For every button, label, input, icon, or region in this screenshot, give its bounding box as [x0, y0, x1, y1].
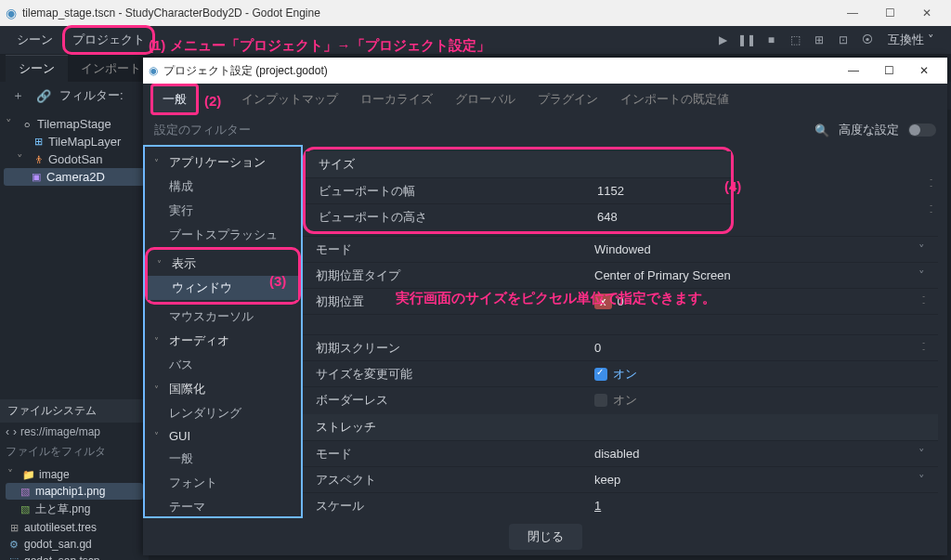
scene-tree: ˅○TilemapStage ⊞TileMapLayer ˅🛉GodotSan …: [0, 110, 149, 191]
fs-tscn[interactable]: ⬚godot_san.tscn: [6, 553, 143, 560]
add-node-button[interactable]: ＋: [7, 85, 28, 106]
cat-display[interactable]: ˅表示: [148, 252, 298, 276]
prop-position-y[interactable]: [303, 314, 938, 334]
prop-viewport-height[interactable]: ビューポートの高さ 648: [306, 203, 731, 229]
stop-button[interactable]: ■: [760, 29, 782, 51]
chevron-down-icon: ˅: [908, 473, 925, 487]
dialog-title: プロジェクト設定 (project.godot): [163, 63, 836, 79]
play-button[interactable]: ▶: [711, 29, 734, 51]
cat-i18n[interactable]: ˅国際化: [145, 377, 301, 401]
window-title: tilemap_stage.tscn - StudyCharacterBody2…: [22, 7, 834, 20]
prop-mode[interactable]: モード Windowed ˅: [303, 236, 938, 262]
filesystem-tree: ˅📁image ▧mapchip1.png ▧土と草.png ⊞autotile…: [0, 462, 149, 560]
prop-viewport-width[interactable]: ビューポートの幅 1152: [306, 177, 731, 203]
prop-position-type[interactable]: 初期位置タイプ Center of Primary Screen ˅: [303, 262, 938, 288]
settings-filter-input[interactable]: 設定のフィルター: [154, 122, 805, 138]
dialog-maximize[interactable]: ☐: [871, 59, 906, 83]
cat-bootsplash[interactable]: ブートスプラッシュ: [145, 223, 301, 247]
advanced-toggle[interactable]: [908, 124, 936, 137]
cat-config[interactable]: 構成: [145, 175, 301, 199]
tree-camera[interactable]: ▣Camera2D: [4, 168, 145, 186]
cat-run[interactable]: 実行: [145, 199, 301, 223]
play-scene-button[interactable]: ⊞: [808, 29, 830, 51]
section-stretch: ストレッチ: [303, 414, 938, 440]
advanced-label: 高度な設定: [839, 122, 899, 138]
cat-gui-font[interactable]: フォント: [145, 471, 301, 495]
tree-player[interactable]: ˅🛉GodotSan: [4, 150, 145, 168]
cat-gui-theme[interactable]: テーマ: [145, 495, 301, 518]
renderer-dropdown[interactable]: 互換性 ˅: [880, 28, 942, 52]
minimize-button[interactable]: —: [834, 1, 871, 25]
prop-aspect[interactable]: アスペクト keep ˅: [303, 466, 938, 492]
dialog-minimize[interactable]: —: [836, 59, 871, 83]
prop-screen[interactable]: 初期スクリーン 0 ˆˇ: [303, 334, 938, 360]
main-titlebar: ◉ tilemap_stage.tscn - StudyCharacterBod…: [0, 0, 951, 26]
category-tree: ˅アプリケーション 構成 実行 ブートスプラッシュ ˅表示 ウィンドウ マウスカ…: [143, 145, 303, 518]
fwd-button[interactable]: ›: [13, 425, 17, 438]
cat-mouse[interactable]: マウスカーソル: [145, 305, 301, 329]
cat-application[interactable]: ˅アプリケーション: [145, 150, 301, 175]
prop-stretch-mode[interactable]: モード disabled ˅: [303, 440, 938, 466]
movie-button[interactable]: ⦿: [856, 29, 879, 51]
section-size: サイズ: [306, 151, 731, 177]
menubar: シーン プロジェクト ▶ ❚❚ ■ ⬚ ⊞ ⊡ ⦿ 互換性 ˅: [0, 26, 951, 54]
fs-folder-image[interactable]: ˅📁image: [6, 466, 143, 483]
tree-root[interactable]: ˅○TilemapStage: [4, 115, 145, 133]
tab-import[interactable]: インポート: [68, 55, 154, 82]
tab-import-defaults[interactable]: インポートの既定値: [611, 86, 738, 112]
close-button[interactable]: ✕: [908, 1, 945, 25]
tab-general[interactable]: 一般: [150, 84, 199, 115]
dialog-tabs: 一般 インプットマップ ローカライズ グローバル プラグイン インポートの既定値: [143, 84, 947, 115]
path-field[interactable]: res://image/map: [20, 425, 100, 438]
checkbox-on-icon[interactable]: [594, 368, 607, 381]
cat-window[interactable]: ウィンドウ: [148, 276, 298, 300]
fs-gd[interactable]: ⚙godot_san.gd: [6, 536, 143, 553]
pause-button[interactable]: ❚❚: [736, 29, 758, 51]
dialog-footer: 閉じる: [143, 518, 947, 555]
tree-tilemap[interactable]: ⊞TileMapLayer: [4, 133, 145, 150]
prop-resizable[interactable]: サイズを変更可能 オン: [303, 360, 938, 386]
menu-scene[interactable]: シーン: [9, 28, 60, 52]
link-button[interactable]: 🔗: [33, 85, 54, 106]
filesystem-path-bar: ‹ › res://image/map: [0, 423, 149, 441]
cat-gui[interactable]: ˅GUI: [145, 425, 301, 447]
tab-plugin[interactable]: プラグイン: [528, 86, 607, 112]
spin-icon[interactable]: ˆˇ: [930, 204, 932, 217]
fs-mapchip[interactable]: ▧mapchip1.png: [6, 483, 143, 500]
prop-position[interactable]: 初期位置 x0 ˆˇ: [303, 288, 938, 314]
fs-autotileset[interactable]: ⊞autotileset.tres: [6, 519, 143, 536]
tab-scene[interactable]: シーン: [6, 55, 68, 82]
cat-i18n-render[interactable]: レンダリング: [145, 401, 301, 425]
prop-borderless[interactable]: ボーダーレス オン: [303, 386, 938, 412]
settings-filter-bar: 設定のフィルター 🔍 高度な設定: [143, 115, 947, 145]
tab-inputmap[interactable]: インプットマップ: [232, 86, 347, 112]
maximize-button[interactable]: ☐: [871, 1, 908, 25]
filesystem-filter[interactable]: ファイルをフィルタ: [0, 441, 149, 462]
project-settings-dialog: ◉ プロジェクト設定 (project.godot) — ☐ ✕ 一般 インプッ…: [143, 58, 947, 555]
filesystem-header: ファイルシステム: [0, 399, 149, 423]
spin-icon[interactable]: ˆˇ: [930, 178, 932, 191]
cat-audio[interactable]: ˅オーディオ: [145, 329, 301, 353]
checkbox-off-icon[interactable]: [594, 394, 607, 407]
fs-grass[interactable]: ▧土と草.png: [6, 500, 143, 519]
chevron-down-icon: ˅: [908, 242, 925, 256]
chevron-down-icon: ˅: [908, 447, 925, 461]
remote-button[interactable]: ⬚: [784, 29, 806, 51]
property-panel: サイズ ビューポートの幅 1152 ビューポートの高さ 648 ˆˇ ˆˇ モー…: [303, 145, 947, 518]
menu-project[interactable]: プロジェクト: [62, 25, 155, 55]
dialog-titlebar: ◉ プロジェクト設定 (project.godot) — ☐ ✕: [143, 58, 947, 84]
tab-localize[interactable]: ローカライズ: [351, 86, 442, 112]
left-dock: ˅○TilemapStage ⊞TileMapLayer ˅🛉GodotSan …: [0, 110, 149, 560]
cat-gui-general[interactable]: 一般: [145, 447, 301, 471]
cat-bus[interactable]: バス: [145, 353, 301, 377]
spin-icon[interactable]: ˆˇ: [922, 295, 925, 308]
back-button[interactable]: ‹: [6, 425, 9, 438]
search-icon: 🔍: [814, 124, 829, 137]
tab-global[interactable]: グローバル: [446, 86, 525, 112]
prop-scale[interactable]: スケール 1: [303, 492, 938, 518]
dialog-close[interactable]: ✕: [906, 59, 942, 83]
play-custom-button[interactable]: ⊡: [832, 29, 854, 51]
spin-icon[interactable]: ˆˇ: [922, 342, 925, 355]
filter-label: フィルター:: [59, 87, 124, 104]
close-button[interactable]: 閉じる: [509, 524, 582, 550]
